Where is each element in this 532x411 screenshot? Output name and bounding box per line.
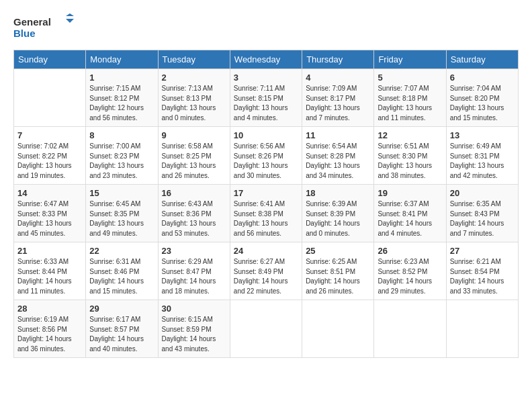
table-cell: 19Sunrise: 6:37 AMSunset: 8:41 PMDayligh… xyxy=(374,185,446,242)
day-number: 27 xyxy=(450,246,515,256)
day-info: Sunrise: 6:27 AMSunset: 8:49 PMDaylight:… xyxy=(234,257,298,296)
table-cell xyxy=(446,300,518,358)
header-wednesday: Wednesday xyxy=(230,50,302,69)
table-cell: 30Sunrise: 6:15 AMSunset: 8:59 PMDayligh… xyxy=(158,300,230,358)
table-cell: 13Sunrise: 6:49 AMSunset: 8:31 PMDayligh… xyxy=(446,127,518,185)
table-cell: 5Sunrise: 7:07 AMSunset: 8:18 PMDaylight… xyxy=(374,69,446,127)
table-cell: 9Sunrise: 6:58 AMSunset: 8:25 PMDaylight… xyxy=(158,127,230,185)
table-cell: 8Sunrise: 7:00 AMSunset: 8:23 PMDaylight… xyxy=(86,127,158,185)
day-number: 6 xyxy=(450,73,515,83)
day-info: Sunrise: 6:43 AMSunset: 8:36 PMDaylight:… xyxy=(162,199,226,238)
day-number: 12 xyxy=(378,130,442,140)
day-info: Sunrise: 7:04 AMSunset: 8:20 PMDaylight:… xyxy=(450,84,515,123)
day-number: 14 xyxy=(17,188,82,198)
table-cell: 14Sunrise: 6:47 AMSunset: 8:33 PMDayligh… xyxy=(14,185,86,242)
day-number: 11 xyxy=(306,130,370,140)
day-info: Sunrise: 6:25 AMSunset: 8:51 PMDaylight:… xyxy=(306,257,370,296)
table-cell: 3Sunrise: 7:11 AMSunset: 8:15 PMDaylight… xyxy=(230,69,302,127)
day-number: 4 xyxy=(306,73,370,83)
table-cell: 20Sunrise: 6:35 AMSunset: 8:43 PMDayligh… xyxy=(446,185,518,242)
day-info: Sunrise: 6:21 AMSunset: 8:54 PMDaylight:… xyxy=(450,257,515,296)
header-monday: Monday xyxy=(86,50,158,69)
day-number: 28 xyxy=(17,304,82,314)
table-cell: 22Sunrise: 6:31 AMSunset: 8:46 PMDayligh… xyxy=(86,242,158,300)
table-cell: 11Sunrise: 6:54 AMSunset: 8:28 PMDayligh… xyxy=(302,127,374,185)
day-info: Sunrise: 7:07 AMSunset: 8:18 PMDaylight:… xyxy=(378,84,442,123)
day-info: Sunrise: 6:17 AMSunset: 8:57 PMDaylight:… xyxy=(89,315,154,354)
day-number: 29 xyxy=(89,304,154,314)
table-cell xyxy=(14,69,86,127)
day-info: Sunrise: 7:15 AMSunset: 8:12 PMDaylight:… xyxy=(89,84,154,123)
day-info: Sunrise: 6:29 AMSunset: 8:47 PMDaylight:… xyxy=(162,257,226,296)
day-number: 2 xyxy=(162,73,226,83)
table-cell: 7Sunrise: 7:02 AMSunset: 8:22 PMDaylight… xyxy=(14,127,86,185)
table-cell: 18Sunrise: 6:39 AMSunset: 8:39 PMDayligh… xyxy=(302,185,374,242)
table-cell: 29Sunrise: 6:17 AMSunset: 8:57 PMDayligh… xyxy=(86,300,158,358)
day-number: 10 xyxy=(234,130,298,140)
header-saturday: Saturday xyxy=(446,50,518,69)
table-cell xyxy=(230,300,302,358)
day-number: 30 xyxy=(162,304,226,314)
day-number: 23 xyxy=(162,246,226,256)
week-row-1: 1Sunrise: 7:15 AMSunset: 8:12 PMDaylight… xyxy=(14,69,519,127)
day-number: 20 xyxy=(450,188,515,198)
day-info: Sunrise: 7:09 AMSunset: 8:17 PMDaylight:… xyxy=(306,84,370,123)
day-info: Sunrise: 6:56 AMSunset: 8:26 PMDaylight:… xyxy=(234,142,298,181)
table-cell: 25Sunrise: 6:25 AMSunset: 8:51 PMDayligh… xyxy=(302,242,374,300)
day-number: 15 xyxy=(89,188,154,198)
week-row-5: 28Sunrise: 6:19 AMSunset: 8:56 PMDayligh… xyxy=(14,300,519,358)
table-cell: 24Sunrise: 6:27 AMSunset: 8:49 PMDayligh… xyxy=(230,242,302,300)
table-cell: 26Sunrise: 6:23 AMSunset: 8:52 PMDayligh… xyxy=(374,242,446,300)
day-info: Sunrise: 6:45 AMSunset: 8:35 PMDaylight:… xyxy=(89,199,154,238)
day-number: 17 xyxy=(234,188,298,198)
day-number: 13 xyxy=(450,130,515,140)
day-number: 1 xyxy=(89,73,154,83)
day-number: 21 xyxy=(17,246,82,256)
day-info: Sunrise: 6:33 AMSunset: 8:44 PMDaylight:… xyxy=(17,257,82,296)
table-cell: 10Sunrise: 6:56 AMSunset: 8:26 PMDayligh… xyxy=(230,127,302,185)
day-info: Sunrise: 7:02 AMSunset: 8:22 PMDaylight:… xyxy=(17,142,82,181)
table-cell: 4Sunrise: 7:09 AMSunset: 8:17 PMDaylight… xyxy=(302,69,374,127)
logo-svg: General Blue xyxy=(13,13,74,43)
day-number: 9 xyxy=(162,130,226,140)
table-cell: 28Sunrise: 6:19 AMSunset: 8:56 PMDayligh… xyxy=(14,300,86,358)
table-cell: 17Sunrise: 6:41 AMSunset: 8:38 PMDayligh… xyxy=(230,185,302,242)
table-cell: 23Sunrise: 6:29 AMSunset: 8:47 PMDayligh… xyxy=(158,242,230,300)
day-number: 5 xyxy=(378,73,442,83)
day-number: 7 xyxy=(17,130,82,140)
day-info: Sunrise: 6:19 AMSunset: 8:56 PMDaylight:… xyxy=(17,315,82,354)
day-info: Sunrise: 6:23 AMSunset: 8:52 PMDaylight:… xyxy=(378,257,442,296)
table-cell: 21Sunrise: 6:33 AMSunset: 8:44 PMDayligh… xyxy=(14,242,86,300)
svg-text:General: General xyxy=(13,16,51,28)
day-number: 16 xyxy=(162,188,226,198)
day-number: 8 xyxy=(89,130,154,140)
day-info: Sunrise: 6:58 AMSunset: 8:25 PMDaylight:… xyxy=(162,142,226,181)
day-info: Sunrise: 6:39 AMSunset: 8:39 PMDaylight:… xyxy=(306,199,370,238)
day-number: 24 xyxy=(234,246,298,256)
header-friday: Friday xyxy=(374,50,446,69)
table-cell: 2Sunrise: 7:13 AMSunset: 8:13 PMDaylight… xyxy=(158,69,230,127)
svg-text:Blue: Blue xyxy=(13,28,36,39)
table-cell xyxy=(374,300,446,358)
svg-marker-2 xyxy=(66,13,74,16)
day-info: Sunrise: 7:11 AMSunset: 8:15 PMDaylight:… xyxy=(234,84,298,123)
day-info: Sunrise: 6:15 AMSunset: 8:59 PMDaylight:… xyxy=(162,315,226,354)
day-number: 26 xyxy=(378,246,442,256)
day-info: Sunrise: 6:54 AMSunset: 8:28 PMDaylight:… xyxy=(306,142,370,181)
day-info: Sunrise: 6:35 AMSunset: 8:43 PMDaylight:… xyxy=(450,199,515,238)
table-cell: 16Sunrise: 6:43 AMSunset: 8:36 PMDayligh… xyxy=(158,185,230,242)
calendar-table: SundayMondayTuesdayWednesdayThursdayFrid… xyxy=(13,50,519,358)
day-number: 22 xyxy=(89,246,154,256)
day-info: Sunrise: 7:13 AMSunset: 8:13 PMDaylight:… xyxy=(162,84,226,123)
logo: General Blue xyxy=(13,13,74,43)
day-number: 18 xyxy=(306,188,370,198)
day-info: Sunrise: 7:00 AMSunset: 8:23 PMDaylight:… xyxy=(89,142,154,181)
table-cell: 12Sunrise: 6:51 AMSunset: 8:30 PMDayligh… xyxy=(374,127,446,185)
week-row-4: 21Sunrise: 6:33 AMSunset: 8:44 PMDayligh… xyxy=(14,242,519,300)
header-thursday: Thursday xyxy=(302,50,374,69)
header-sunday: Sunday xyxy=(14,50,86,69)
day-info: Sunrise: 6:49 AMSunset: 8:31 PMDaylight:… xyxy=(450,142,515,181)
day-number: 19 xyxy=(378,188,442,198)
day-info: Sunrise: 6:51 AMSunset: 8:30 PMDaylight:… xyxy=(378,142,442,181)
table-cell: 27Sunrise: 6:21 AMSunset: 8:54 PMDayligh… xyxy=(446,242,518,300)
